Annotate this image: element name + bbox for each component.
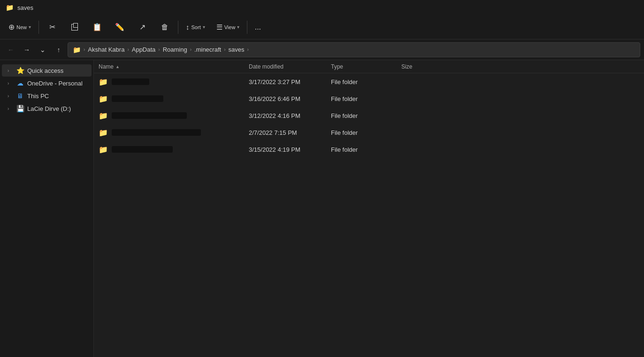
delete-button[interactable]: 🗑	[154, 17, 175, 38]
address-segment-4[interactable]: .minecraft	[194, 46, 221, 53]
folder-icon: 📁	[99, 94, 108, 103]
new-button[interactable]: ⊕ New ▾	[4, 17, 36, 38]
address-chevron-0: ›	[84, 47, 85, 52]
address-bar[interactable]: 📁 › Akshat Kabra › AppData › Roaming › .…	[68, 42, 640, 57]
cut-icon: ✂	[49, 23, 55, 31]
rename-icon: ✏️	[115, 23, 124, 31]
lacie-label: LaCie Dirve (D:)	[27, 105, 71, 112]
title-text: saves	[17, 4, 33, 11]
history-button[interactable]: ⌄	[36, 43, 50, 57]
col-date-label: Date modified	[249, 63, 284, 70]
share-icon: ↗	[139, 23, 146, 31]
copy-button[interactable]	[64, 17, 85, 38]
file-name-cell: 📁	[99, 94, 249, 103]
quick-access-label: Quick access	[27, 67, 63, 74]
view-icon: ☰	[216, 23, 222, 31]
view-label: View	[224, 24, 236, 30]
sidebar-item-quick-access[interactable]: › ⭐ Quick access	[2, 64, 92, 77]
sort-icon: ↕	[186, 23, 190, 31]
up-button[interactable]: ↑	[52, 43, 66, 57]
col-header-type[interactable]: Type	[331, 63, 401, 70]
file-type: File folder	[331, 95, 401, 102]
file-name-redacted	[112, 95, 163, 102]
new-icon: ⊕	[8, 23, 15, 31]
view-chevron-icon: ▾	[237, 24, 239, 30]
sidebar: › ⭐ Quick access › ☁ OneDrive - Personal…	[0, 60, 94, 357]
file-type: File folder	[331, 146, 401, 153]
file-name-cell: 📁	[99, 128, 249, 137]
onedrive-chevron-icon: ›	[8, 81, 13, 86]
table-row[interactable]: 📁 3/12/2022 4:16 PM File folder	[94, 107, 644, 124]
sort-button[interactable]: ↕ Sort ▾	[181, 17, 210, 38]
this-pc-monitor-icon: 🖥	[16, 92, 24, 100]
address-segment-2[interactable]: AppData	[132, 46, 156, 53]
table-row[interactable]: 📁 2/7/2022 7:15 PM File folder	[94, 124, 644, 141]
main-layout: › ⭐ Quick access › ☁ OneDrive - Personal…	[0, 60, 644, 357]
more-button[interactable]: ...	[250, 20, 265, 35]
table-row[interactable]: 📁 3/15/2022 4:19 PM File folder	[94, 141, 644, 158]
view-button[interactable]: ☰ View ▾	[212, 17, 245, 38]
onedrive-label: OneDrive - Personal	[27, 80, 83, 87]
file-name-cell: 📁	[99, 78, 249, 86]
toolbar: ⊕ New ▾ ✂ 📋 ✏️ ↗ 🗑 ↕ Sort ▾ ☰ View ▾ ...	[0, 15, 644, 39]
address-segment-5[interactable]: saves	[228, 46, 244, 53]
sidebar-item-this-pc[interactable]: › 🖥 This PC	[2, 90, 92, 102]
back-button[interactable]: ←	[4, 43, 18, 57]
file-name-redacted	[112, 129, 201, 136]
address-chevron-1: ›	[127, 47, 129, 52]
toolbar-separator-2	[178, 21, 178, 34]
folder-icon: 📁	[99, 78, 108, 86]
address-segment-3[interactable]: Roaming	[163, 46, 187, 53]
content-area: Name ▲ Date modified Type Size 📁 3/17/20…	[94, 60, 644, 357]
table-row[interactable]: 📁 3/16/2022 6:46 PM File folder	[94, 90, 644, 107]
address-chevron-4: ›	[224, 47, 225, 52]
this-pc-chevron-icon: ›	[8, 93, 13, 99]
onedrive-cloud-icon: ☁	[16, 79, 24, 87]
address-chevron-2: ›	[158, 47, 160, 52]
col-name-label: Name	[99, 63, 114, 70]
table-row[interactable]: 📁 3/17/2022 3:27 PM File folder	[94, 73, 644, 90]
file-type: File folder	[331, 112, 401, 119]
file-name-redacted	[112, 146, 173, 153]
file-name-redacted	[112, 78, 149, 85]
col-header-name[interactable]: Name ▲	[99, 63, 249, 70]
file-list: 📁 3/17/2022 3:27 PM File folder 📁 3/16/2…	[94, 73, 644, 158]
paste-icon: 📋	[92, 23, 102, 31]
toolbar-separator-3	[247, 21, 247, 34]
address-segment-1[interactable]: Akshat Kabra	[88, 46, 124, 53]
col-size-label: Size	[401, 63, 412, 70]
lacie-chevron-icon: ›	[8, 106, 13, 111]
folder-icon: 📁	[99, 145, 108, 154]
folder-icon: 📁	[99, 128, 108, 137]
quick-access-chevron-icon: ›	[8, 68, 13, 73]
col-type-label: Type	[331, 63, 343, 70]
file-date: 2/7/2022 7:15 PM	[249, 129, 331, 136]
paste-button[interactable]: 📋	[87, 17, 107, 38]
new-label: New	[16, 24, 27, 30]
sidebar-item-onedrive[interactable]: › ☁ OneDrive - Personal	[2, 77, 92, 89]
file-date: 3/12/2022 4:16 PM	[249, 112, 331, 119]
rename-button[interactable]: ✏️	[109, 17, 130, 38]
file-name-cell: 📁	[99, 111, 249, 120]
delete-icon: 🗑	[161, 23, 169, 31]
file-date: 3/17/2022 3:27 PM	[249, 78, 331, 85]
sidebar-item-lacie[interactable]: › 💾 LaCie Dirve (D:)	[2, 102, 92, 115]
sort-chevron-icon: ▾	[203, 24, 205, 30]
copy-icon	[71, 24, 78, 31]
col-header-date[interactable]: Date modified	[249, 63, 331, 70]
quick-access-star-icon: ⭐	[16, 67, 24, 74]
forward-button[interactable]: →	[20, 43, 34, 57]
address-chevron-5: ›	[247, 47, 248, 52]
col-header-size[interactable]: Size	[401, 63, 448, 70]
file-name-redacted	[112, 112, 187, 119]
col-name-sort-icon: ▲	[115, 64, 120, 69]
column-headers: Name ▲ Date modified Type Size	[94, 60, 644, 73]
file-type: File folder	[331, 129, 401, 136]
folder-icon: 📁	[99, 111, 108, 120]
address-folder-icon: 📁	[73, 46, 81, 54]
share-button[interactable]: ↗	[132, 17, 153, 38]
sort-label: Sort	[192, 24, 201, 30]
title-icon: 📁	[6, 4, 14, 11]
cut-button[interactable]: ✂	[42, 17, 62, 38]
file-name-cell: 📁	[99, 145, 249, 154]
